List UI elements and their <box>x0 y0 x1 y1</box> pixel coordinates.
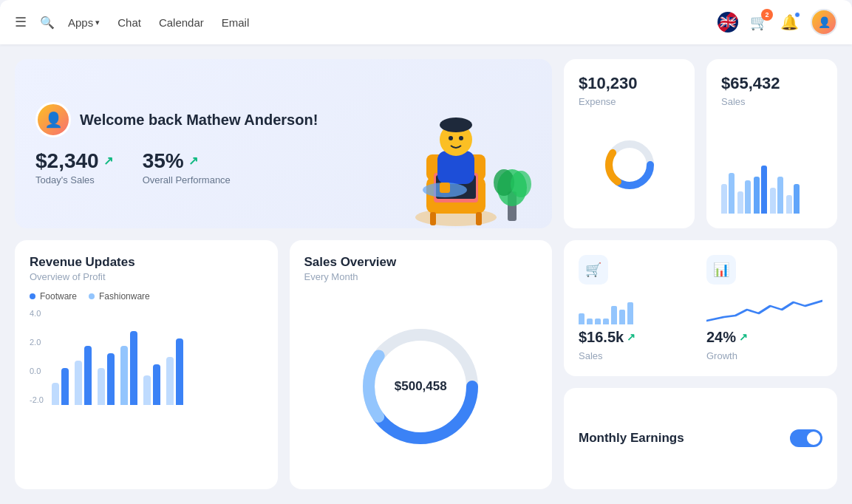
sales-overview-subtitle: Every Month <box>304 271 538 282</box>
right-bottom: 🛒 $16.5k ↗ Sales <box>564 240 837 490</box>
bell-icon-wrapper[interactable]: 🔔 <box>780 13 799 31</box>
sales-donut-center-value: $500,458 <box>395 379 447 394</box>
svg-point-15 <box>511 171 531 197</box>
monthly-earnings-title: Monthly Earnings <box>579 431 684 446</box>
topbar-right: 🇬🇧 🛒 2 🔔 👤 <box>718 9 837 35</box>
search-icon[interactable]: 🔍 <box>40 16 55 30</box>
footware-dot <box>30 293 35 299</box>
bar-chart-bars <box>52 309 263 405</box>
welcome-card: 👤 Welcome back Mathew Anderson! $2,340 ↗… <box>15 59 552 228</box>
todays-sales-stat: $2,340 ↗ Today's Sales <box>35 149 113 185</box>
revenue-title: Revenue Updates <box>30 255 263 270</box>
sales-top-label: Sales <box>721 96 822 107</box>
topbar-nav: Apps ▾ Chat Calendar Email <box>68 16 249 29</box>
svg-point-9 <box>440 118 472 132</box>
performance-label: Overall Performance <box>143 174 231 185</box>
fashionware-dot <box>89 293 95 299</box>
revenue-card: Revenue Updates Overview of Profit Footw… <box>15 240 278 490</box>
sales-up-arrow: ↗ <box>103 154 113 168</box>
expense-donut-chart <box>600 135 659 194</box>
metric-growth-arrow: ↗ <box>739 331 748 343</box>
main-content: 👤 Welcome back Mathew Anderson! $2,340 ↗… <box>0 44 852 504</box>
nav-calendar[interactable]: Calendar <box>159 16 204 29</box>
user-avatar-welcome: 👤 <box>35 102 71 137</box>
metric-sales-value: $16.5k <box>579 329 624 346</box>
metric-growth-label: Growth <box>706 350 822 361</box>
svg-rect-17 <box>440 183 450 193</box>
footware-label: Footware <box>40 291 77 302</box>
legend-footware: Footware <box>30 291 77 302</box>
expense-value: $10,230 <box>579 74 680 93</box>
y-axis-labels: 4.0 2.0 0.0 -2.0 <box>30 309 44 405</box>
sales-overview-title: Sales Overview <box>304 255 538 270</box>
svg-rect-3 <box>430 212 436 225</box>
sales-top-value: $65,432 <box>721 74 822 93</box>
legend-fashionware: Fashionware <box>89 291 150 302</box>
topbar: ☰ 🔍 Apps ▾ Chat Calendar Email 🇬🇧 🛒 2 🔔 … <box>0 0 852 44</box>
revenue-bar-chart: 4.0 2.0 0.0 -2.0 <box>30 309 263 405</box>
metric-growth-icon: 📊 <box>706 255 736 285</box>
toggle-knob <box>807 432 820 445</box>
expense-label: Expense <box>579 96 680 107</box>
sales-card-top: $65,432 Sales <box>706 59 837 228</box>
performance-value: 35% <box>143 149 184 173</box>
nav-email[interactable]: Email <box>222 16 250 29</box>
metric-growth: 📊 24% ↗ Growth <box>706 255 822 361</box>
sales-donut-container: $500,458 <box>354 320 487 453</box>
monthly-earnings-toggle[interactable] <box>790 429 822 447</box>
metric-sales-arrow: ↗ <box>627 331 635 343</box>
fashionware-label: Fashionware <box>99 291 150 302</box>
cart-icon-wrapper[interactable]: 🛒 2 <box>750 13 768 31</box>
welcome-title: Welcome back Mathew Anderson! <box>80 110 318 129</box>
metric-growth-chart <box>706 295 822 324</box>
sales-mini-bar-chart <box>721 116 822 214</box>
expense-card: $10,230 Expense <box>564 59 695 228</box>
revenue-legend: Footware Fashionware <box>30 291 263 302</box>
metrics-card: 🛒 $16.5k ↗ Sales <box>564 240 837 376</box>
topbar-left: ☰ 🔍 Apps ▾ Chat Calendar Email <box>15 14 703 30</box>
sales-overview-header: Sales Overview Every Month <box>304 255 538 291</box>
metric-sales: 🛒 $16.5k ↗ Sales <box>579 255 695 361</box>
flag-uk-icon[interactable]: 🇬🇧 <box>718 12 738 33</box>
hamburger-icon[interactable]: ☰ <box>15 14 27 30</box>
sales-overview-card: Sales Overview Every Month $500,458 <box>290 240 553 490</box>
svg-point-10 <box>449 136 453 140</box>
metric-growth-value: 24% <box>706 329 736 346</box>
todays-sales-label: Today's Sales <box>35 174 113 185</box>
performance-stat: 35% ↗ Overall Performance <box>143 149 231 185</box>
todays-sales-value: $2,340 <box>35 149 99 173</box>
sales-donut-wrapper: $500,458 <box>354 299 487 475</box>
performance-up-arrow: ↗ <box>188 154 198 168</box>
svg-rect-4 <box>476 212 482 225</box>
right-top-stats: $10,230 Expense $65,432 Sales <box>564 59 837 228</box>
revenue-subtitle: Overview of Profit <box>30 271 263 282</box>
welcome-illustration <box>360 95 537 228</box>
cart-badge: 2 <box>761 9 773 21</box>
bottom-row: Revenue Updates Overview of Profit Footw… <box>15 240 837 490</box>
notification-dot <box>794 12 800 18</box>
metric-sales-icon: 🛒 <box>579 255 608 285</box>
svg-point-11 <box>459 136 463 140</box>
monthly-earnings-card: Monthly Earnings <box>564 388 837 490</box>
metric-sales-label: Sales <box>579 350 695 361</box>
nav-apps[interactable]: Apps ▾ <box>68 16 100 29</box>
chevron-down-icon: ▾ <box>95 18 100 27</box>
expense-donut-wrapper <box>579 116 680 214</box>
user-avatar-topbar[interactable]: 👤 <box>811 9 837 35</box>
metric-sales-chart <box>579 295 695 324</box>
nav-chat[interactable]: Chat <box>117 16 141 29</box>
